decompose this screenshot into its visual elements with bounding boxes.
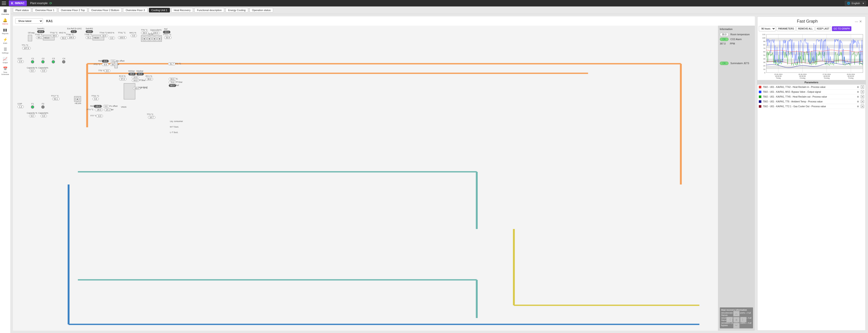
language-select[interactable]: English — [845, 1, 866, 6]
language-label: English — [851, 2, 860, 5]
globe-icon — [847, 2, 850, 5]
menu-icon[interactable] — [2, 2, 6, 5]
brand-text: IWMAC — [15, 2, 25, 5]
brand-badge: K IWMAC — [9, 0, 27, 6]
refresh-icon[interactable]: ⟳ — [50, 1, 52, 5]
brand-k-icon: K — [11, 1, 13, 5]
plant-name: Plant example — [30, 2, 48, 5]
